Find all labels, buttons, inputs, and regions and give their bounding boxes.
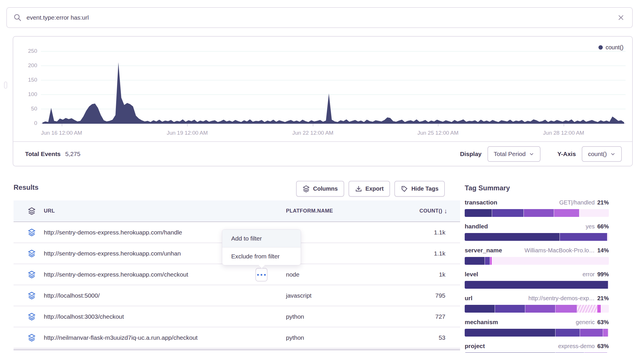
tag-bar-segment (465, 281, 608, 289)
tag-bar-segment (556, 329, 580, 337)
export-button[interactable]: Export (349, 181, 390, 197)
stack-icon (28, 228, 36, 236)
count-cell[interactable]: 53 (439, 334, 445, 341)
stack-icon (28, 313, 36, 321)
tag-bar-segment (607, 233, 609, 241)
table-row[interactable]: http://localhost:3003/checkout python 72… (14, 306, 460, 327)
tag-row: project express-demo 63% (465, 343, 609, 353)
tag-distribution-bar[interactable] (465, 233, 609, 241)
tag-row: handled yes 66% (465, 223, 609, 241)
tag-top-value: express-demo (558, 343, 595, 350)
tag-row: url http://sentry-demos-exp… 21% (465, 295, 609, 313)
results-toolbar: Columns Export Hide Tags (296, 181, 445, 197)
url-cell[interactable]: http://localhost:3003/checkout (44, 313, 124, 320)
close-icon[interactable] (617, 14, 625, 21)
column-header-platform[interactable]: PLATFORM.NAME (286, 208, 333, 214)
y-axis-tick-label: 150 (20, 77, 37, 83)
tag-bar-segment (495, 305, 525, 313)
tag-list: transaction GET|/handled 21% handled yes… (465, 199, 609, 353)
table-row[interactable]: http://sentry-demos-express.herokuapp.co… (14, 264, 460, 285)
columns-button[interactable]: Columns (296, 181, 344, 197)
tag-name: url (465, 295, 472, 302)
discover-page: event.type:error has:url count() 2502001… (0, 0, 644, 353)
tag-bar-segment (608, 281, 609, 289)
platform-cell[interactable]: node (286, 271, 300, 278)
tag-distribution-bar[interactable] (465, 329, 609, 337)
display-label: Display (460, 151, 482, 157)
tag-bar-segment (580, 329, 603, 337)
display-dropdown-value: Total Period (494, 151, 526, 157)
table-header-row: URL PLATFORM.NAME COUNT() ↓ (14, 200, 460, 222)
hide-tags-button-label: Hide Tags (411, 185, 438, 192)
tag-bar-segment (465, 233, 560, 241)
tag-distribution-bar[interactable] (465, 257, 609, 265)
y-axis-dropdown-value: count() (588, 151, 607, 157)
legend-dot-icon (598, 45, 603, 50)
search-icon (13, 13, 22, 22)
column-header-url[interactable]: URL (44, 208, 55, 214)
url-cell[interactable]: http://localhost:5000/ (44, 292, 100, 299)
y-axis-dropdown[interactable]: count() (582, 146, 622, 162)
tag-row: level error 99% (465, 271, 609, 289)
column-header-count-label: COUNT() (419, 208, 442, 214)
tag-bar-segment (556, 305, 577, 313)
search-bar[interactable]: event.type:error has:url (6, 7, 633, 28)
tag-bar-segment (524, 209, 554, 217)
platform-cell[interactable]: python (286, 313, 304, 320)
tag-bar-segment (560, 233, 607, 241)
chevron-down-icon (610, 151, 615, 157)
results-title: Results (14, 183, 39, 191)
stack-icon (28, 334, 36, 342)
tag-bar-segment (603, 329, 608, 337)
stack-icon (28, 207, 36, 215)
chart-footer: Total Events 5,275 Display Total Period … (13, 141, 632, 166)
tag-distribution-bar[interactable] (465, 281, 609, 289)
tag-summary-title: Tag Summary (465, 184, 609, 192)
count-cell[interactable]: 1.1k (434, 229, 445, 236)
count-cell[interactable]: 795 (435, 292, 445, 299)
tag-distribution-bar[interactable] (465, 305, 609, 313)
tag-bar-segment (601, 305, 609, 313)
total-events-value: 5,275 (65, 151, 80, 157)
events-chart-card: count() 250200150100500Jun 16 12:00 AMJu… (13, 36, 633, 166)
tag-top-value: yes (586, 223, 595, 230)
url-cell[interactable]: http://neilmanvar-flask-m3uuizd7iq-uc.a.… (44, 334, 197, 341)
sort-desc-icon: ↓ (444, 207, 448, 215)
tag-bar-segment (465, 305, 495, 313)
url-cell[interactable]: http://sentry-demos-express.herokuapp.co… (44, 250, 181, 257)
y-axis-tick-label: 50 (20, 106, 37, 112)
url-cell[interactable]: http://sentry-demos-express.herokuapp.co… (44, 271, 188, 278)
column-header-count[interactable]: COUNT() ↓ (419, 207, 447, 215)
url-cell[interactable]: http://sentry-demos-express.herokuapp.co… (44, 229, 182, 236)
table-row[interactable]: http://neilmanvar-flask-m3uuizd7iq-uc.a.… (14, 327, 460, 348)
y-axis-tick-label: 250 (20, 48, 37, 54)
tag-name: handled (465, 223, 488, 230)
search-query-input[interactable]: event.type:error has:url (27, 14, 617, 21)
row-actions-button[interactable] (255, 268, 268, 281)
x-axis-tick-label: Jun 25 12:00 AM (417, 130, 459, 136)
panel-drag-handle[interactable] (4, 82, 7, 89)
tag-distribution-bar[interactable] (465, 209, 609, 217)
add-to-filter-item[interactable]: Add to filter (222, 230, 301, 247)
count-cell[interactable]: 727 (435, 313, 445, 320)
tag-name: project (465, 343, 485, 350)
count-cell[interactable]: 1.1k (434, 250, 445, 257)
platform-cell[interactable]: python (286, 334, 304, 341)
hide-tags-button[interactable]: Hide Tags (394, 181, 445, 197)
tag-bar-segment (492, 209, 524, 217)
count-series-area (42, 49, 624, 124)
stack-icon (28, 292, 36, 300)
tag-top-value: error (583, 271, 595, 278)
platform-cell[interactable]: javascript (286, 292, 312, 299)
tag-bar-segment (579, 209, 609, 217)
tag-bar-segment (485, 257, 490, 265)
tag-icon (401, 185, 408, 193)
tag-top-percent: 99% (597, 271, 609, 278)
display-dropdown[interactable]: Total Period (487, 146, 541, 162)
count-cell[interactable]: 1k (439, 271, 445, 278)
tag-top-percent: 21% (597, 199, 609, 206)
table-row[interactable]: http://localhost:5000/ javascript 795 (14, 285, 460, 306)
results-table: URL PLATFORM.NAME COUNT() ↓ http://sentr… (14, 200, 460, 348)
stack-icon (28, 249, 36, 258)
tag-top-percent: 66% (597, 223, 609, 230)
